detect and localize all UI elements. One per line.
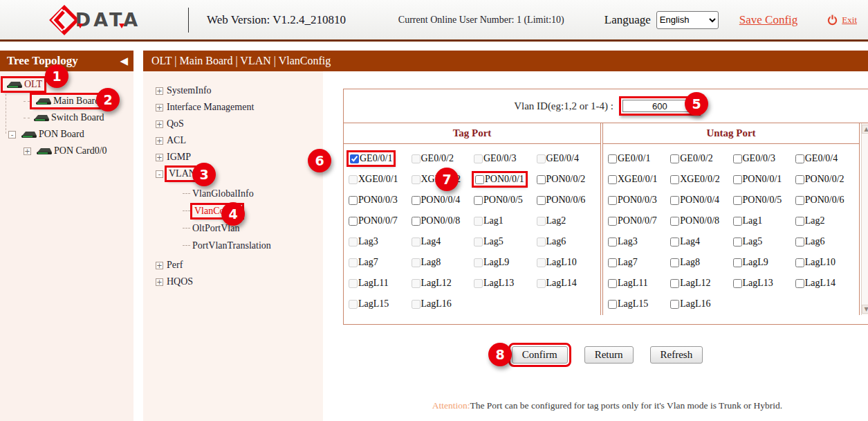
untag-port-checkbox-pon0-0-8[interactable] bbox=[670, 217, 679, 226]
expander-icon[interactable]: - bbox=[156, 170, 163, 178]
power-icon[interactable] bbox=[827, 14, 838, 26]
expander-icon[interactable]: + bbox=[156, 104, 163, 111]
annotation-circle-7: 7 bbox=[435, 168, 459, 191]
untag-port-checkbox-lagl14[interactable] bbox=[795, 279, 804, 288]
untag-port-checkbox-pon0-0-1[interactable] bbox=[733, 175, 742, 184]
untag-port-checkbox-pon0-0-2[interactable] bbox=[795, 175, 804, 184]
untag-port-checkbox-pon0-0-7[interactable] bbox=[608, 217, 617, 226]
tag-port-lagl12: LagL12 bbox=[412, 278, 474, 289]
untag-port-checkbox-pon0-0-5[interactable] bbox=[733, 196, 742, 205]
menu-item-qos[interactable]: +QoS bbox=[156, 116, 323, 132]
untag-port-checkbox-lagl15[interactable] bbox=[608, 300, 617, 309]
tag-port-header: Tag Port bbox=[344, 123, 600, 144]
tag-port-pon0-0-7: PON0/0/7 bbox=[349, 215, 412, 226]
tag-port-checkbox-pon0-0-3[interactable] bbox=[349, 196, 358, 205]
untag-port-checkbox-lagl9[interactable] bbox=[733, 258, 742, 267]
untag-port-checkbox-lag6[interactable] bbox=[795, 238, 804, 247]
menu-item-vlanconfig[interactable]: VlanConfig bbox=[183, 202, 323, 220]
menu-item-igmp[interactable]: +IGMP bbox=[156, 149, 323, 165]
exit-link[interactable]: Exit bbox=[842, 15, 857, 26]
untag-port-checkbox-xge0-0-1[interactable] bbox=[608, 175, 617, 184]
untag-port-checkbox-pon0-0-3[interactable] bbox=[608, 196, 617, 205]
tree-item-pon-board[interactable]: -PON Board bbox=[8, 126, 133, 143]
expander-icon[interactable]: + bbox=[156, 87, 163, 95]
language-select[interactable]: English bbox=[656, 11, 719, 29]
untag-port-checkbox-ge0-0-4[interactable] bbox=[795, 154, 804, 163]
tag-port-checkbox-ge0-0-1[interactable] bbox=[350, 154, 359, 163]
untag-port-checkbox-lag5[interactable] bbox=[733, 238, 742, 247]
web-version: Web Version: V1.2.4_210810 bbox=[207, 13, 346, 27]
collapse-sidebar-icon[interactable]: ◀ bbox=[120, 55, 128, 67]
scrollbar[interactable]: ▲ ▼ bbox=[861, 123, 868, 315]
tag-port-checkbox-pon0-0-8[interactable] bbox=[412, 217, 421, 226]
untag-port-checkbox-lagl11[interactable] bbox=[608, 279, 617, 288]
untag-port-checkbox-lag4[interactable] bbox=[670, 238, 679, 247]
return-button[interactable]: Return bbox=[584, 346, 634, 364]
menu-dash bbox=[183, 228, 190, 229]
untag-port-checkbox-pon0-0-4[interactable] bbox=[670, 196, 679, 205]
tag-port-checkbox-lagl12 bbox=[412, 279, 421, 288]
tag-port-checkbox-pon0-0-7[interactable] bbox=[349, 217, 358, 226]
untag-port-checkbox-ge0-0-1[interactable] bbox=[608, 154, 617, 163]
tag-port-checkbox-pon0-0-4[interactable] bbox=[412, 196, 421, 205]
tag-port-pon0-0-5: PON0/0/5 bbox=[474, 195, 537, 206]
menu-item-systeminfo[interactable]: +SystemInfo bbox=[156, 82, 323, 99]
untag-port-checkbox-lag1[interactable] bbox=[733, 217, 742, 226]
untag-port-checkbox-lag8[interactable] bbox=[670, 258, 679, 267]
expander-icon[interactable]: + bbox=[24, 147, 31, 155]
tag-port-checkbox-pon0-0-1[interactable] bbox=[475, 175, 484, 184]
untag-port-checkbox-lagl16[interactable] bbox=[670, 300, 679, 309]
untag-port-checkbox-ge0-0-3[interactable] bbox=[733, 154, 742, 163]
menu-item-perf[interactable]: +Perf bbox=[156, 257, 323, 274]
untag-port-table: Untag Port GE0/0/1GE0/0/2GE0/0/3GE0/0/4X… bbox=[602, 123, 860, 315]
port-label: LagL10 bbox=[546, 257, 577, 268]
untag-port-checkbox-lagl10[interactable] bbox=[795, 258, 804, 267]
scroll-up-icon[interactable]: ▲ bbox=[862, 125, 868, 134]
tree-item-pon-card0-0[interactable]: +PON Card0/0 bbox=[24, 143, 133, 159]
expander-icon[interactable]: + bbox=[156, 137, 163, 145]
untag-port-checkbox-lag3[interactable] bbox=[608, 238, 617, 247]
save-config-link[interactable]: Save Config bbox=[739, 13, 798, 27]
scroll-down-icon[interactable]: ▼ bbox=[862, 305, 868, 314]
port-label: Lag5 bbox=[743, 236, 763, 247]
port-label: LagL14 bbox=[546, 278, 577, 289]
tag-port-checkbox-pon0-0-5[interactable] bbox=[474, 196, 483, 205]
menu-item-hqos[interactable]: +HQOS bbox=[156, 274, 323, 290]
refresh-button[interactable]: Refresh bbox=[650, 346, 703, 364]
expander-icon[interactable]: + bbox=[156, 120, 163, 128]
header: DATA Web Version: V1.2.4_210810 Current … bbox=[0, 0, 868, 42]
untag-port-checkbox-ge0-0-2[interactable] bbox=[670, 154, 679, 163]
untag-port-checkbox-lag2[interactable] bbox=[795, 217, 804, 226]
untag-port-checkbox-pon0-0-6[interactable] bbox=[795, 196, 804, 205]
untag-port-lagl15: LagL15 bbox=[608, 298, 670, 310]
port-label: GE0/0/3 bbox=[743, 153, 775, 164]
menu-item-oltportvlan[interactable]: OltPortVlan bbox=[183, 220, 323, 237]
port-label: Lag1 bbox=[743, 215, 763, 226]
untag-port-checkbox-lag7[interactable] bbox=[608, 258, 617, 267]
tag-port-checkbox-xge0-0-1 bbox=[349, 175, 358, 184]
menu-item-vlanglobalinfo[interactable]: VlanGlobalInfo bbox=[183, 185, 323, 202]
port-label: LagL16 bbox=[680, 298, 710, 310]
expander-icon[interactable]: + bbox=[156, 262, 163, 269]
untag-port-checkbox-lagl12[interactable] bbox=[670, 279, 679, 288]
confirm-button[interactable]: Confirm bbox=[512, 346, 568, 364]
menu-item-vlan[interactable]: -VLAN bbox=[156, 165, 323, 182]
untag-port-checkbox-xge0-0-2[interactable] bbox=[670, 175, 679, 184]
logo-accent-icon bbox=[119, 24, 124, 28]
tree-item-switch-board[interactable]: Switch Board bbox=[24, 109, 133, 126]
expander-icon[interactable]: + bbox=[156, 278, 163, 286]
tag-port-checkbox-pon0-0-2[interactable] bbox=[537, 175, 546, 184]
tree-topology-panel: OLTMain BoardSwitch Board-PON Board+PON … bbox=[0, 71, 133, 421]
tag-port-checkbox-lag4 bbox=[412, 238, 421, 247]
port-label: Lag3 bbox=[618, 236, 638, 247]
untag-port-checkbox-lagl13[interactable] bbox=[733, 279, 742, 288]
tree-item-label: PON Card0/0 bbox=[54, 145, 107, 156]
expander-icon[interactable]: + bbox=[156, 154, 163, 161]
menu-item-interface-management[interactable]: +Interface Management bbox=[156, 99, 323, 116]
menu-item-portvlantranslation[interactable]: PortVlanTranslation bbox=[183, 237, 323, 254]
expander-icon[interactable]: - bbox=[8, 131, 16, 138]
tag-port-pon0-0-6: PON0/0/6 bbox=[537, 195, 600, 206]
menu-item-acl[interactable]: +ACL bbox=[156, 132, 323, 149]
untag-port-lagl13: LagL13 bbox=[733, 278, 795, 289]
tag-port-checkbox-pon0-0-6[interactable] bbox=[537, 196, 546, 205]
